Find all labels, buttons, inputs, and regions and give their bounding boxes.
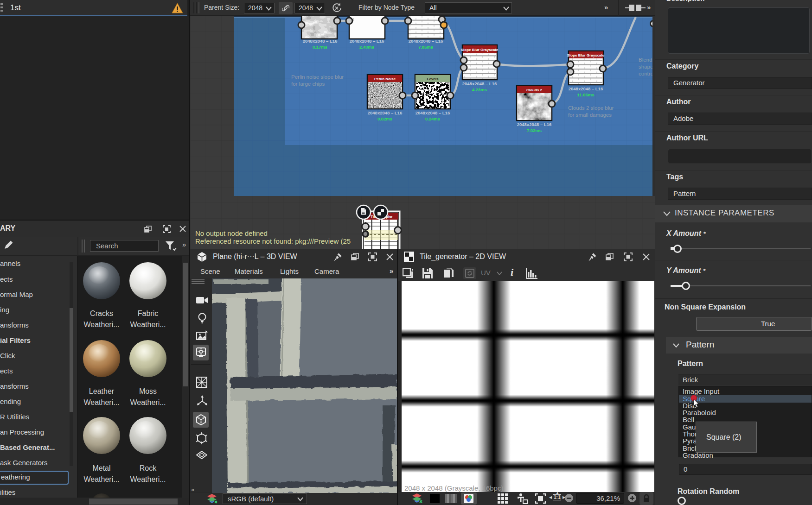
svg-text:Slope Blur Grayscale: Slope Blur Grayscale — [461, 48, 499, 52]
svg-text:2048x2048 – L16: 2048x2048 – L16 — [416, 110, 450, 115]
svg-text:0.24ms: 0.24ms — [425, 116, 440, 121]
svg-text:7.02ms: 7.02ms — [527, 128, 542, 133]
svg-text:7.05ms: 7.05ms — [418, 44, 433, 50]
svg-text:Slope Blur Grayscale: Slope Blur Grayscale — [567, 53, 605, 57]
svg-text:Levels: Levels — [427, 77, 439, 81]
svg-text:Perlin Noise: Perlin Noise — [374, 77, 396, 81]
svg-text:2048x2048 – L16: 2048x2048 – L16 — [517, 122, 551, 127]
svg-text:2048x2048 – L16: 2048x2048 – L16 — [368, 110, 402, 115]
svg-text:2048x2048 – L16: 2048x2048 – L16 — [303, 38, 337, 44]
svg-text:for small damages: for small damages — [568, 112, 612, 118]
svg-text:2.40ms: 2.40ms — [359, 44, 374, 50]
svg-text:2048x2048 – L16: 2048x2048 – L16 — [462, 81, 497, 86]
svg-text:0.02ms: 0.02ms — [377, 116, 392, 121]
svg-text:2048x2048 – L16: 2048x2048 – L16 — [569, 86, 603, 91]
svg-text:Referenced resource not found:: Referenced resource not found: pkg:///Pr… — [195, 237, 351, 245]
svg-text:No output node defined: No output node defined — [195, 229, 268, 237]
svg-text:for large chips: for large chips — [291, 81, 325, 87]
svg-text:11.05ms: 11.05ms — [577, 92, 595, 97]
svg-text:Perlin noise slope blur: Perlin noise slope blur — [291, 74, 344, 80]
svg-text:2048x2048 – L16: 2048x2048 – L16 — [350, 38, 384, 44]
svg-text:4.23ms: 4.23ms — [472, 87, 487, 92]
svg-text:2048x2048 – L16: 2048x2048 – L16 — [409, 38, 443, 44]
svg-text:Clouds 2 slope blur: Clouds 2 slope blur — [568, 105, 614, 111]
svg-text:0.17ms: 0.17ms — [313, 44, 327, 50]
svg-text:Clouds 2: Clouds 2 — [526, 88, 542, 92]
